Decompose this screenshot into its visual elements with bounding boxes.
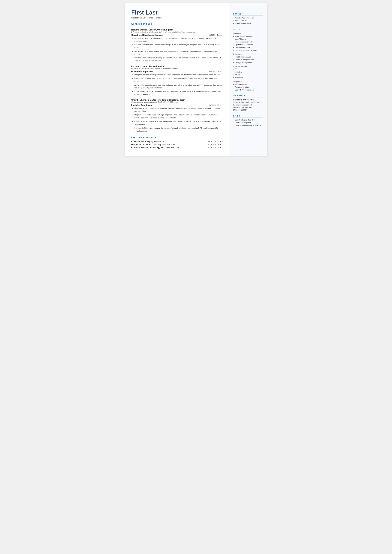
sidebar: CONTACT Norfolk, United Kingdom +44 1234… xyxy=(229,3,267,156)
job-1-date: 08/2021 – Present xyxy=(209,34,224,36)
company-1-bold: Resume Worded, xyxy=(131,28,148,31)
skill-lean-manufacturing: Lean Manufacturing xyxy=(233,46,263,49)
tool-ms-visio: MS Visio xyxy=(233,71,263,74)
bullet-item: Designed an innovative operational plan … xyxy=(132,73,224,76)
resume-container: First Last Operational Excellence Manage… xyxy=(125,3,267,156)
tool-minitab: Minitab 16 xyxy=(233,76,263,79)
lang-romanian: Romanian (Native) xyxy=(233,86,263,89)
skills-section-title: SKILLS xyxy=(233,28,263,31)
header: First Last Operational Excellence Manage… xyxy=(131,9,224,19)
education-section-title: EDUCATION xyxy=(233,95,263,98)
other-lssbb: Lean Six Sigma Black Belt xyxy=(233,119,263,121)
edu-degree: Master of Business Administration xyxy=(233,101,263,104)
job-2-role: Operations Supervisor xyxy=(131,70,154,73)
edu-dates: 10/2011 - 06/2014 xyxy=(233,109,263,112)
prev-exp-2-left: Operations Officer, XYZ Company, New Yor… xyxy=(131,143,175,146)
bullet-item: Coordinated vendor management, negotiati… xyxy=(132,120,224,126)
lang-spanish: Spanish (Conversational) xyxy=(233,89,263,91)
job-1: Resume Worded, London, United Kingdom Ed… xyxy=(131,28,224,62)
skill-op-excellence: Operational Excellence xyxy=(233,43,263,46)
company-2-name: Polyhire, London, United Kingdom xyxy=(131,65,224,67)
job-1-role-row: Operational Excellence Manager 08/2021 –… xyxy=(131,34,224,36)
prev-exp-row-2: Operations Officer, XYZ Company, New Yor… xyxy=(131,143,224,146)
company-1-name: Resume Worded, London, United Kingdom xyxy=(131,28,224,31)
other-section-title: OTHER xyxy=(233,115,263,118)
job-1-bullets: Launched a new ERP system that boosted o… xyxy=(131,37,224,62)
job-1-role: Operational Excellence Manager xyxy=(131,34,163,36)
skill-continuous-improvement: Continuous Improvement xyxy=(233,58,263,61)
bullet-item: Overhauled Polyhire staff benefits and a… xyxy=(132,77,224,83)
previous-experience-section-title: PREVIOUS EXPERIENCE xyxy=(131,136,224,139)
job-2-role-row: Operations Supervisor 10/2019 – 07/2021 xyxy=(131,70,224,73)
bullet-item: Launched a new ERP system that boosted o… xyxy=(132,37,224,43)
bullet-item: Assisted the operations manager in creat… xyxy=(132,84,224,89)
other-cmq: Certified Manager of Quality/Organizatio… xyxy=(233,121,263,127)
tools-label: Tools and Software: xyxy=(233,66,263,67)
company-3-desc: Career training and membership SaaS with… xyxy=(131,101,224,103)
other-list: Lean Six Sigma Black Belt Certified Mana… xyxy=(233,119,263,127)
company-2-desc: NYSE-listed recruitment and employer bra… xyxy=(131,67,224,69)
prev-exp-1-left: Expeditor, ABC Company, London, UK xyxy=(131,140,164,143)
company-3-name: Growthsi, London, United Kingdom & Barce… xyxy=(131,99,224,101)
previous-experience-list: Expeditor, ABC Company, London, UK 06/20… xyxy=(131,140,224,149)
bullet-item: Initiated a comprehensive training progr… xyxy=(132,56,224,62)
company-1-rest: London, United Kingdom xyxy=(148,28,173,31)
job-3-role: Logistics Coordinator xyxy=(131,104,153,106)
job-title: Operational Excellence Manager xyxy=(131,17,224,19)
bullet-item: Implemented solutions that led to 74% bu… xyxy=(132,90,224,96)
bullet-item: Decreased cycle times on key business pr… xyxy=(132,50,224,56)
full-name: First Last xyxy=(131,9,224,16)
work-experience-section-title: WORK EXPERIENCE xyxy=(131,23,224,26)
skill-change-management: Change Management xyxy=(233,61,263,64)
bullet-item: Negotiated for better rates on freight s… xyxy=(132,113,224,119)
prev-exp-1-date: 06/2017 – 11/2018 xyxy=(208,140,223,143)
prev-exp-3-left: Executive Assistant (Internship), ABC, N… xyxy=(131,146,179,149)
job-3-role-row: Logistics Coordinator 12/2018 – 09/2019 xyxy=(131,104,224,106)
company-2-rest: London, United Kingdom xyxy=(140,65,165,67)
hard-skills-list: Value Stream Mapping Lean Thinking Proce… xyxy=(233,35,263,52)
prev-exp-row-3: Executive Assistant (Internship), ABC, N… xyxy=(131,146,224,149)
contact-email: first.last@gmail.com xyxy=(233,22,263,25)
education-block: University of New York Master of Busines… xyxy=(233,99,263,112)
skill-lean-thinking: Lean Thinking xyxy=(233,38,263,41)
skill-vsm: Value Stream Mapping xyxy=(233,35,263,38)
skill-rca: Root Cause Analysis xyxy=(233,56,263,58)
tool-5s: 5S xyxy=(233,68,263,71)
job-2-date: 10/2019 – 07/2021 xyxy=(208,70,224,72)
skill-erp: Enterprise Resource Planning xyxy=(233,49,263,52)
contact-section-title: CONTACT xyxy=(233,13,263,16)
bullet-item: Designed an automated system to track in… xyxy=(132,107,224,113)
company-1-desc: Education technology startup with 50+ em… xyxy=(131,31,224,33)
contact-list: Norfolk, United Kingdom +44 1234567890 f… xyxy=(233,17,263,25)
hard-skills-label: Hard Skills: xyxy=(233,33,263,35)
tool-kaizen: Kaizen xyxy=(233,73,263,76)
job-2-bullets: Designed an innovative operational plan … xyxy=(131,73,224,96)
languages-list: English (Native) Romanian (Native) Spani… xyxy=(233,83,263,91)
job-3: Growthsi, London, United Kingdom & Barce… xyxy=(131,99,224,132)
job-3-date: 12/2018 – 09/2019 xyxy=(208,104,224,106)
main-column: First Last Operational Excellence Manage… xyxy=(125,3,229,156)
edu-location: New York City, New York xyxy=(233,106,263,109)
company-3-bold: Growthsi, xyxy=(131,99,141,101)
company-3-rest: London, United Kingdom & Barcelona, Spai… xyxy=(141,99,185,101)
tools-list: 5S MS Visio Kaizen Minitab 16 xyxy=(233,68,263,79)
lang-english: English (Native) xyxy=(233,83,263,86)
techniques-list: Root Cause Analysis Continuous Improveme… xyxy=(233,56,263,64)
job-3-bullets: Designed an automated system to track in… xyxy=(131,107,224,132)
bullet-item: Increased efficiency throughout the comp… xyxy=(132,127,224,133)
job-2: Polyhire, London, United Kingdom NYSE-li… xyxy=(131,65,224,96)
prev-exp-2-date: 01/2016 – 10/2017 xyxy=(208,143,223,146)
company-2-bold: Polyhire, xyxy=(131,65,140,67)
edu-field: Operations Management xyxy=(233,104,263,106)
skill-process-improvement: Process Improvement xyxy=(233,41,263,43)
prev-exp-row-1: Expeditor, ABC Company, London, UK 06/20… xyxy=(131,140,224,143)
contact-phone: +44 1234567890 xyxy=(233,19,263,22)
edu-school: University of New York xyxy=(233,99,263,101)
languages-label: Languages: xyxy=(233,81,263,83)
contact-location: Norfolk, United Kingdom xyxy=(233,17,263,19)
prev-exp-3-date: 07/2014 – 12/2015 xyxy=(208,146,223,149)
techniques-label: Techniques: xyxy=(233,53,263,55)
bullet-item: Created an automated process for trackin… xyxy=(132,43,224,49)
